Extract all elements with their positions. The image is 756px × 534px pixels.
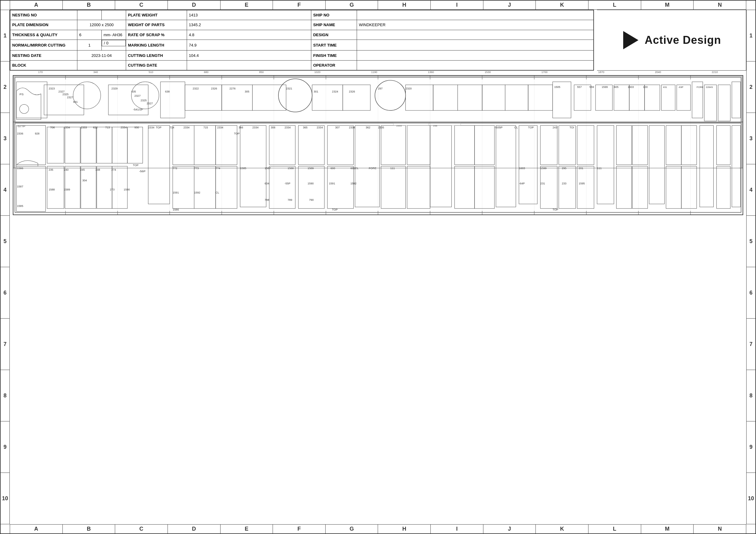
- svg-text:706: 706: [50, 126, 55, 129]
- svg-text:2321: 2321: [286, 87, 292, 90]
- svg-marker-0: [623, 31, 638, 49]
- row-1-left: 1: [1, 10, 10, 62]
- block-label: BLOCK: [10, 60, 77, 70]
- svg-text:2276: 2276: [230, 87, 235, 90]
- cutting-length-label: CUTTING LENGTH: [126, 51, 187, 60]
- svg-text:TOP: TOP: [332, 208, 338, 211]
- svg-rect-56: [81, 127, 96, 164]
- svg-text:2325: 2325: [63, 93, 68, 96]
- col-m-bot: M: [641, 524, 694, 533]
- svg-rect-99: [632, 126, 648, 165]
- svg-text:2334: 2334: [64, 126, 70, 129]
- svg-rect-87: [496, 126, 516, 207]
- svg-text:1603: 1603: [628, 86, 634, 89]
- svg-rect-61: [65, 166, 80, 208]
- marking-length-label: MARKING LENGTH: [126, 39, 187, 51]
- svg-rect-86: [474, 126, 494, 165]
- svg-rect-39: [574, 85, 591, 111]
- nesting-date-label: NESTING DATE: [10, 51, 77, 60]
- meas-label-12: 2040: [655, 71, 661, 74]
- svg-text:622: 622: [93, 126, 98, 129]
- normal-mirror-label: NORMAL/MIRROR CUTTING: [10, 39, 77, 51]
- svg-text:235: 235: [49, 168, 53, 171]
- main-content: NESTING NO PLATE WEIGHT 1413 SHIP NO PLA…: [10, 10, 746, 524]
- logo-text-container: Active Design: [644, 34, 721, 46]
- svg-text:TOP: TOP: [234, 132, 239, 135]
- svg-text:930: 930: [134, 126, 139, 129]
- svg-text:1592: 1592: [194, 191, 200, 194]
- svg-text:307: 307: [335, 126, 339, 129]
- svg-rect-54: [47, 127, 64, 164]
- svg-rect-84: [430, 126, 451, 207]
- svg-rect-79: [355, 126, 380, 207]
- cutting-date-label: CUTTING DATE: [126, 60, 187, 70]
- nesting-date-value: 2023-11-04: [77, 51, 126, 60]
- svg-text:362: 362: [366, 126, 370, 129]
- svg-rect-45: [677, 85, 690, 111]
- svg-rect-44: [661, 85, 675, 111]
- svg-text:2327: 2327: [147, 102, 153, 105]
- svg-rect-67: [194, 126, 215, 165]
- design-value: [357, 30, 594, 39]
- svg-text:928: 928: [35, 132, 39, 135]
- marking-length-value: 74.9: [187, 39, 311, 51]
- col-j-top: J: [483, 1, 536, 10]
- svg-text:1589: 1589: [308, 167, 314, 170]
- svg-rect-55: [65, 127, 80, 164]
- svg-rect-96: [577, 166, 594, 208]
- meas-label-9: 1530: [485, 71, 491, 74]
- svg-text:772: 772: [173, 167, 177, 170]
- svg-rect-103: [666, 126, 681, 165]
- svg-rect-94: [540, 166, 557, 208]
- svg-rect-78: [327, 166, 354, 208]
- svg-rect-69: [173, 166, 194, 208]
- svg-text:788: 788: [265, 198, 269, 201]
- col-f-bot: F: [273, 524, 326, 533]
- svg-text:1599: 1599: [602, 86, 608, 89]
- logo-block: Active Design: [597, 10, 746, 71]
- svg-text:789: 789: [287, 198, 292, 201]
- ship-no-value: [357, 10, 594, 20]
- svg-rect-72: [240, 126, 266, 207]
- svg-text:-541SP: -541SP: [133, 108, 143, 111]
- svg-rect-80: [381, 126, 405, 165]
- svg-text:601: 601: [350, 167, 355, 170]
- col-e-top: E: [221, 1, 273, 10]
- svg-text:306: 306: [271, 126, 275, 129]
- svg-rect-48: [718, 85, 730, 121]
- svg-text:2324: 2324: [332, 90, 338, 93]
- col-c-bot: C: [115, 524, 168, 533]
- svg-rect-92: [559, 126, 575, 165]
- row-4-left: 4: [1, 164, 10, 216]
- row-10-right: 10: [746, 473, 755, 524]
- svg-text:111: 111: [390, 167, 395, 170]
- svg-text:2335: 2335: [378, 126, 384, 129]
- svg-rect-62: [81, 166, 96, 208]
- col-header-top: A B C D E F G H I J K L M N: [10, 1, 746, 10]
- svg-rect-105: [666, 166, 681, 208]
- row-7-right: 7: [746, 318, 755, 370]
- meas-label-13: 2210: [712, 71, 718, 74]
- svg-text:1592: 1592: [350, 182, 356, 185]
- svg-rect-36: [505, 85, 528, 111]
- meas-label-8: 1360: [428, 71, 434, 74]
- svg-rect-71: [216, 166, 237, 208]
- svg-text:2325: 2325: [140, 99, 147, 102]
- svg-text:304: 304: [82, 179, 87, 182]
- svg-rect-52: [16, 126, 46, 165]
- col-b-top: B: [63, 1, 116, 10]
- svg-text:2334: 2334: [317, 126, 323, 129]
- svg-text:305: 305: [245, 90, 249, 93]
- svg-text:TOP: TOP: [553, 208, 558, 211]
- col-a-top: A: [10, 1, 63, 10]
- col-i-bot: I: [431, 524, 483, 533]
- row-9-right: 9: [746, 421, 755, 473]
- svg-rect-107: [700, 126, 713, 207]
- svg-text:240: 240: [64, 168, 68, 171]
- svg-rect-24: [161, 82, 185, 118]
- svg-rect-27: [253, 85, 286, 111]
- operator-label: OPERATOR: [311, 60, 357, 70]
- svg-rect-95: [559, 166, 575, 208]
- svg-rect-102: [649, 126, 664, 204]
- svg-text:1589: 1589: [64, 188, 70, 191]
